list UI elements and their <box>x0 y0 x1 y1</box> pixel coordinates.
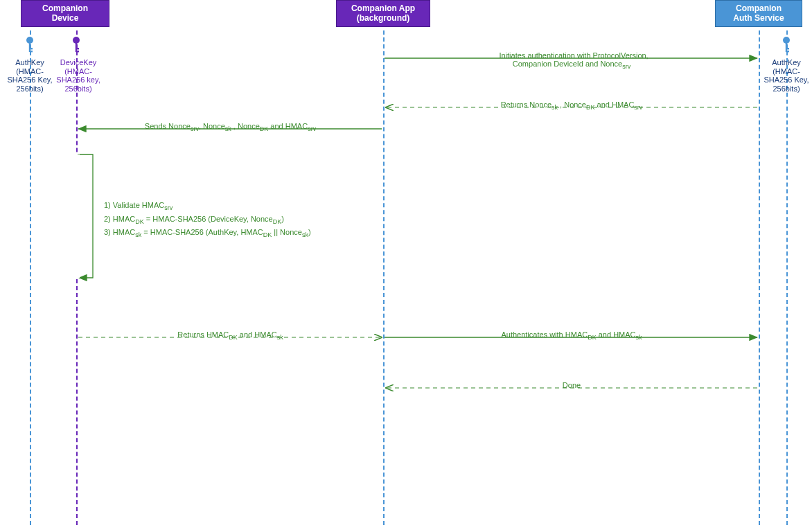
key-authkey-right-text: AuthKey (HMAC- SHA256 Key, 256bits) <box>764 58 809 93</box>
t: , Nonce <box>231 122 260 130</box>
msg-send-nonces: Sends Noncesrv, Noncesk , NonceDK and HM… <box>80 122 381 132</box>
t: and HMAC <box>595 100 635 109</box>
participant-device: Companion Device <box>21 0 109 27</box>
self-steps: 1) Validate HMACsrv 2) HMACDK = HMAC-SHA… <box>104 200 311 240</box>
msg-return-hmacs: Returns HMACDK and HMACsk <box>80 330 381 341</box>
participant-service: Companion Auth Service <box>715 0 802 27</box>
t: , Nonce <box>558 100 586 109</box>
sub: sk <box>225 125 231 132</box>
sub: DK <box>260 125 269 132</box>
key-authkey-left: AuthKey (HMAC- SHA256 Key, 256bits) <box>7 58 53 94</box>
t: and HMAC <box>268 122 308 130</box>
msg-done: Done <box>388 381 755 389</box>
step-3: 3) HMACsk = HMAC-SHA256 (AuthKey, HMACDK… <box>104 227 311 240</box>
t: ) <box>308 228 311 236</box>
lifeline-authkey-right <box>786 30 788 525</box>
msg-authenticates: Authenticates with HMACDK and HMACsk <box>388 330 755 341</box>
t: = HMAC-SHA256 (AuthKey, HMAC <box>141 228 263 236</box>
sub: sk <box>636 334 642 341</box>
sub: srv <box>634 104 642 111</box>
t: Authenticates with HMAC <box>501 330 588 339</box>
t: and HMAC <box>238 330 277 339</box>
sub: srv <box>308 125 316 132</box>
sub: sk <box>277 334 283 341</box>
t: and HMAC <box>597 330 636 339</box>
t: 3) HMAC <box>104 228 135 236</box>
key-authkey-left-text: AuthKey (HMAC- SHA256 Key, 256bits) <box>7 58 52 93</box>
key-devicekey-text: DeviceKey (HMAC- SHA256 key, 256bits) <box>56 58 100 93</box>
sub: srv <box>191 125 199 132</box>
t: Returns HMAC <box>177 330 229 339</box>
sub: sk <box>135 231 141 238</box>
sub: DK <box>273 218 282 225</box>
lifeline-authkey-left <box>30 30 31 525</box>
t: , Nonce <box>199 122 225 130</box>
sub: DK <box>588 334 597 341</box>
t: 1) Validate HMAC <box>104 201 164 209</box>
sub: DK <box>263 231 272 238</box>
lifeline-service <box>759 30 760 525</box>
sub: DK <box>229 334 238 341</box>
t: 2) HMAC <box>104 215 135 223</box>
lifeline-devicekey <box>76 30 78 525</box>
sub: sk <box>551 104 558 111</box>
key-devicekey: DeviceKey (HMAC- SHA256 key, 256bits) <box>53 58 103 94</box>
lifeline-app <box>383 30 385 525</box>
step-2: 2) HMACDK = HMAC-SHA256 (DeviceKey, Nonc… <box>104 213 311 227</box>
msg-initiate: Initiates authentication with ProtocolVe… <box>388 43 755 70</box>
key-authkey-right: AuthKey (HMAC- SHA256 Key, 256bits) <box>762 58 811 94</box>
step-1: 1) Validate HMACsrv <box>104 200 311 213</box>
sub: DK <box>135 218 144 225</box>
overlay-svg <box>0 0 812 532</box>
sub: srv <box>622 63 630 70</box>
sub: DK <box>586 104 595 111</box>
msg-return-nonces: Returns Noncesk , NonceDK and HMACsrv <box>388 100 755 111</box>
t: ) <box>281 215 284 223</box>
t: Returns Nonce <box>501 100 551 109</box>
t: = HMAC-SHA256 (DeviceKey, Nonce <box>144 215 273 223</box>
t: || Nonce <box>272 228 302 236</box>
sub: sk <box>302 231 308 238</box>
participant-app: Companion App (background) <box>336 0 430 27</box>
t: Sends Nonce <box>145 122 191 130</box>
sub: srv <box>164 204 173 211</box>
